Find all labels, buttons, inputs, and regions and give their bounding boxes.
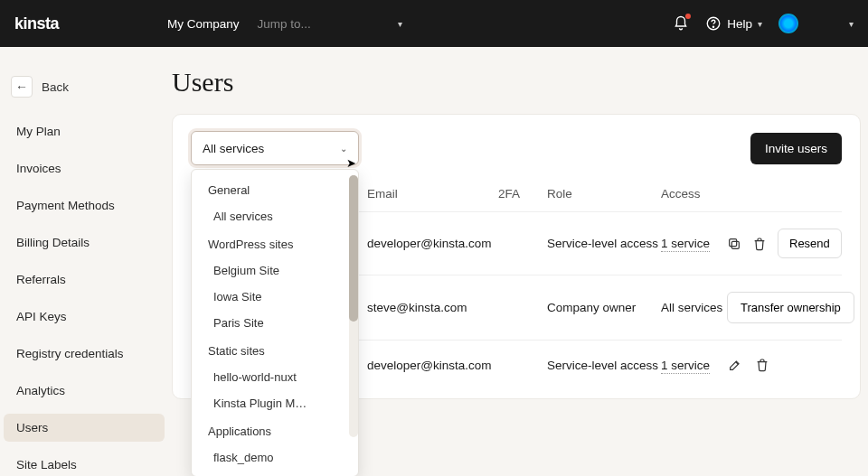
sidebar-item-my-plan[interactable]: My Plan	[4, 117, 165, 145]
sidebar-item-analytics[interactable]: Analytics	[4, 377, 165, 405]
sidebar-item-invoices[interactable]: Invoices	[4, 154, 165, 182]
arrow-left-icon: ←	[11, 76, 33, 98]
copy-icon[interactable]	[727, 236, 741, 252]
svg-rect-3	[730, 238, 737, 246]
sidebar-item-api-keys[interactable]: API Keys	[4, 303, 165, 331]
edit-icon[interactable]	[727, 357, 743, 373]
cell-email: steve@kinsta.com	[367, 301, 498, 314]
main: Users All services ⌄ ➤ General All servi…	[172, 67, 861, 399]
sidebar-item-site-labels[interactable]: Site Labels	[4, 451, 165, 476]
col-email: Email	[367, 187, 498, 201]
chevron-down-icon: ▾	[758, 19, 762, 29]
jump-to-input[interactable]: Jump to...	[258, 17, 311, 31]
cell-role: Service-level access	[547, 237, 661, 250]
notification-dot	[685, 14, 691, 19]
service-filter-menu: General All services WordPress sites Bel…	[191, 169, 359, 476]
sidebar-item-payment-methods[interactable]: Payment Methods	[4, 191, 165, 219]
service-filter-selected: All services	[203, 142, 264, 155]
cell-access: All services	[661, 301, 722, 314]
filter-group-applications: Applications	[192, 416, 358, 444]
filter-item-belgium[interactable]: Belgium Site	[192, 257, 358, 284]
trash-icon[interactable]	[754, 357, 770, 373]
scrollbar-thumb[interactable]	[349, 175, 358, 322]
sidebar-item-registry-credentials[interactable]: Registry credentials	[4, 340, 165, 368]
filter-item-kinsta-plugin[interactable]: Kinsta Plugin Man...	[192, 390, 327, 416]
sidebar-item-referrals[interactable]: Referrals	[4, 266, 165, 294]
filter-group-general: General	[192, 175, 358, 203]
topbar: kinsta My Company Jump to... ▾ Help ▾ ▾	[0, 0, 868, 47]
filter-item-paris[interactable]: Paris Site	[192, 310, 358, 336]
filter-item-all-services[interactable]: All services	[192, 203, 358, 229]
help-label: Help	[727, 17, 752, 31]
page-title: Users	[172, 67, 861, 98]
back-link[interactable]: ← Back	[11, 76, 69, 98]
cell-email: developer@kinsta.com	[367, 359, 498, 372]
filter-group-static: Static sites	[192, 336, 358, 364]
help-menu[interactable]: Help ▾	[705, 15, 762, 32]
svg-rect-2	[731, 241, 739, 248]
invite-users-button[interactable]: Invite users	[750, 133, 842, 164]
company-switcher[interactable]: My Company	[167, 17, 240, 31]
resend-button[interactable]: Resend	[778, 229, 842, 258]
notifications-icon[interactable]	[673, 15, 689, 32]
cell-access[interactable]: 1 service	[661, 237, 710, 252]
users-panel: All services ⌄ ➤ General All services Wo…	[172, 114, 861, 399]
cell-access[interactable]: 1 service	[661, 359, 710, 374]
col-access: Access	[661, 187, 727, 201]
filter-group-wordpress: WordPress sites	[192, 229, 358, 257]
sidebar: My Plan Invoices Payment Methods Billing…	[4, 117, 165, 476]
back-label: Back	[42, 80, 69, 94]
sidebar-item-billing-details[interactable]: Billing Details	[4, 229, 165, 257]
transfer-ownership-button[interactable]: Transfer ownership	[727, 292, 854, 323]
filter-item-flask-demo[interactable]: flask_demo	[192, 444, 358, 471]
cell-email: developer@kinsta.com	[367, 237, 498, 250]
chevron-down-icon: ⌄	[340, 144, 347, 154]
filter-item-iowa[interactable]: Iowa Site	[192, 284, 358, 310]
cell-role: Company owner	[547, 301, 661, 314]
logo: kinsta	[14, 14, 59, 33]
chevron-down-icon: ▾	[849, 19, 854, 29]
cell-role: Service-level access	[547, 359, 661, 372]
svg-point-1	[713, 26, 714, 27]
sidebar-item-users[interactable]: Users	[4, 414, 165, 442]
trash-icon[interactable]	[752, 236, 767, 252]
chevron-down-icon: ▾	[398, 19, 402, 29]
filter-item-hello-world[interactable]: hello-world-nuxt	[192, 364, 358, 390]
col-2fa: 2FA	[498, 187, 547, 201]
service-filter-dropdown[interactable]: All services ⌄	[191, 131, 359, 165]
avatar[interactable]	[778, 14, 798, 33]
col-role: Role	[547, 187, 661, 201]
